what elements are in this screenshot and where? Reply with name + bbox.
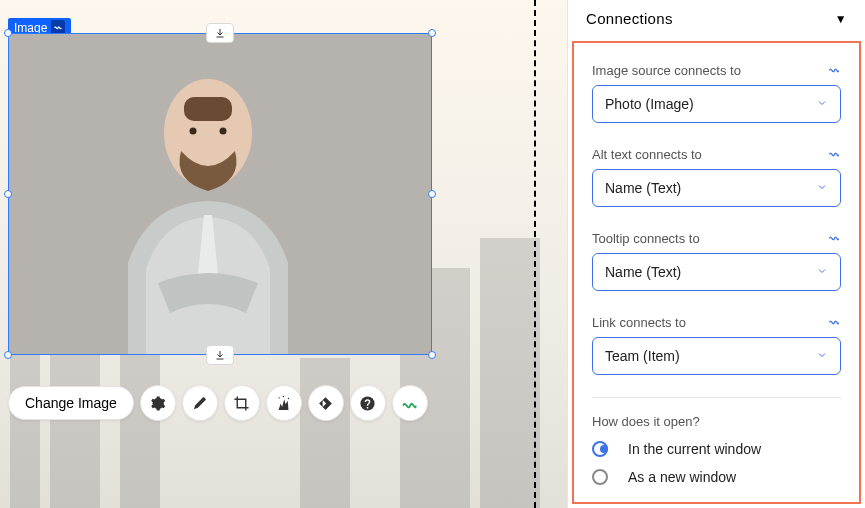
chevron-down-icon	[816, 264, 828, 280]
svg-rect-4	[480, 238, 540, 508]
svg-rect-0	[10, 348, 40, 508]
resize-handle-bottom-right[interactable]	[428, 351, 436, 359]
panel-header[interactable]: Connections ▼	[568, 0, 865, 41]
connections-panel: Connections ▼ Image source connects to P…	[567, 0, 865, 508]
selected-image-element[interactable]	[8, 33, 432, 355]
panel-title: Connections	[586, 10, 673, 27]
section-divider	[592, 397, 841, 398]
image-source-select[interactable]: Photo (Image)	[592, 85, 841, 123]
radio-icon-checked	[592, 441, 608, 457]
svg-point-14	[361, 396, 375, 410]
tooltip-select[interactable]: Name (Text)	[592, 253, 841, 291]
field-image-source: Image source connects to Photo (Image)	[592, 61, 841, 123]
resize-handle-top-left[interactable]	[4, 29, 12, 37]
link-select[interactable]: Team (Item)	[592, 337, 841, 375]
resize-handle-bottom-left[interactable]	[4, 351, 12, 359]
collapse-icon: ▼	[835, 12, 847, 26]
svg-point-10	[220, 128, 227, 135]
select-value: Photo (Image)	[605, 96, 694, 112]
section-divider-guideline	[534, 0, 536, 508]
radio-icon-unchecked	[592, 469, 608, 485]
svg-point-13	[288, 397, 289, 398]
resize-handle-right[interactable]	[428, 190, 436, 198]
radio-new-window[interactable]: As a new window	[592, 469, 841, 485]
radio-current-window[interactable]: In the current window	[592, 441, 841, 457]
connect-data-button[interactable]	[392, 385, 428, 421]
chevron-down-icon	[816, 96, 828, 112]
chevron-down-icon	[816, 180, 828, 196]
svg-rect-8	[184, 97, 232, 121]
radio-label: In the current window	[620, 441, 761, 457]
element-toolbar: Change Image	[8, 385, 428, 421]
field-label: Tooltip connects to	[592, 231, 700, 246]
svg-point-9	[190, 128, 197, 135]
radio-label: As a new window	[620, 469, 736, 485]
alt-text-select[interactable]: Name (Text)	[592, 169, 841, 207]
binding-icon[interactable]	[827, 313, 841, 331]
open-question-label: How does it open?	[592, 414, 841, 429]
crop-button[interactable]	[224, 385, 260, 421]
resize-handle-top-right[interactable]	[428, 29, 436, 37]
stretch-bottom-button[interactable]	[206, 345, 234, 365]
change-image-button[interactable]: Change Image	[8, 386, 134, 420]
binding-icon[interactable]	[827, 229, 841, 247]
image-preview	[8, 33, 432, 355]
select-value: Team (Item)	[605, 348, 680, 364]
field-tooltip: Tooltip connects to Name (Text)	[592, 229, 841, 291]
svg-point-12	[283, 395, 284, 396]
field-link: Link connects to Team (Item)	[592, 313, 841, 375]
binding-icon[interactable]	[827, 61, 841, 79]
stretch-top-button[interactable]	[206, 23, 234, 43]
field-alt-text: Alt text connects to Name (Text)	[592, 145, 841, 207]
panel-body: Image source connects to Photo (Image) A…	[572, 41, 861, 504]
svg-point-11	[279, 397, 280, 398]
filters-button[interactable]	[266, 385, 302, 421]
chevron-down-icon	[816, 348, 828, 364]
design-button[interactable]	[182, 385, 218, 421]
editor-canvas[interactable]: Image	[0, 0, 567, 508]
field-label: Image source connects to	[592, 63, 741, 78]
animation-button[interactable]	[308, 385, 344, 421]
help-button[interactable]	[350, 385, 386, 421]
binding-icon[interactable]	[827, 145, 841, 163]
settings-button[interactable]	[140, 385, 176, 421]
resize-handle-left[interactable]	[4, 190, 12, 198]
field-label: Alt text connects to	[592, 147, 702, 162]
field-label: Link connects to	[592, 315, 686, 330]
link-open-behavior: How does it open? In the current window …	[592, 414, 841, 485]
select-value: Name (Text)	[605, 180, 681, 196]
svg-rect-5	[300, 358, 350, 508]
select-value: Name (Text)	[605, 264, 681, 280]
